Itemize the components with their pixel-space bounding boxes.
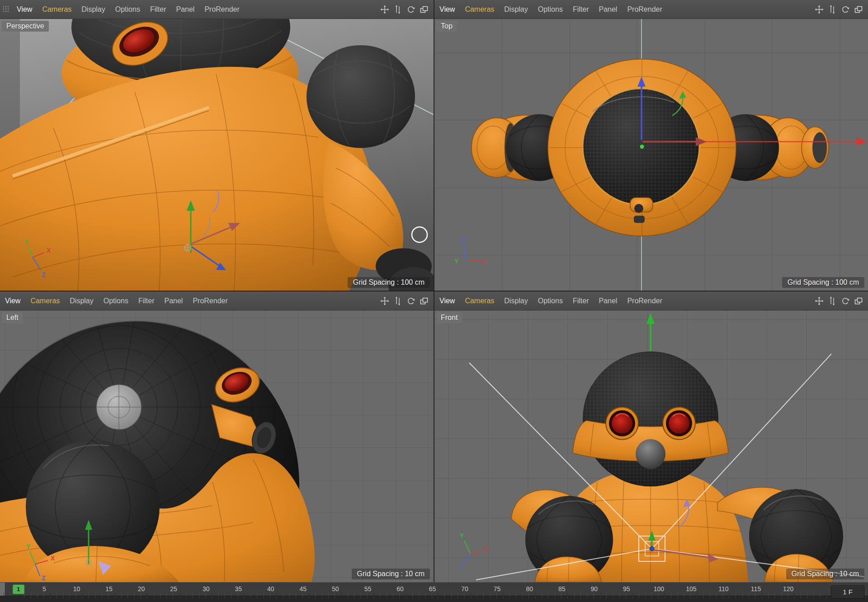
toggle-panel-icon[interactable] (854, 5, 863, 14)
svg-text:Z: Z (462, 237, 466, 244)
scene-top[interactable]: Z Y X (434, 19, 868, 291)
dolly-icon[interactable] (393, 296, 403, 306)
grid-spacing-label: Grid Spacing : 100 cm (348, 277, 430, 288)
frame-field[interactable]: 1 F (831, 585, 864, 599)
scene-front[interactable]: Y X Z (434, 310, 868, 582)
menu-view[interactable]: View (0, 297, 25, 305)
menu-view[interactable]: View (12, 5, 37, 14)
viewport-label: Front (436, 312, 462, 323)
timeline-frame-label: 75 (494, 585, 501, 593)
svg-text:X: X (484, 546, 489, 553)
viewport-grabber-icon[interactable] (0, 6, 12, 13)
scene-perspective[interactable]: Y X Z (0, 19, 434, 291)
timeline-frame-label: 120 (783, 585, 793, 593)
timeline-frame-label: 55 (364, 585, 372, 593)
robot-eye-left (606, 407, 638, 440)
svg-text:Y: Y (460, 532, 464, 539)
rotate-icon[interactable] (840, 296, 850, 306)
timeline-frame-label: 110 (718, 585, 728, 593)
menu-options[interactable]: Options (533, 5, 568, 14)
menu-filter[interactable]: Filter (568, 5, 594, 14)
dolly-icon[interactable] (827, 5, 837, 14)
menu-panel[interactable]: Panel (594, 5, 622, 14)
timeline-frame-label: 65 (429, 585, 436, 593)
toggle-panel-icon[interactable] (419, 296, 429, 306)
svg-text:Z: Z (42, 271, 46, 278)
current-frame-marker[interactable]: 1 (12, 584, 24, 594)
viewport-perspective: View Cameras Display Options Filter Pane… (0, 0, 434, 291)
svg-text:Y: Y (24, 239, 29, 246)
timeline-frame-label: 80 (526, 585, 533, 593)
timeline-frame-label: 100 (654, 585, 664, 593)
menu-cameras[interactable]: Cameras (25, 297, 65, 305)
timeline: 5101520253035404550556065707580859095100… (0, 582, 868, 602)
viewport-grid: View Cameras Display Options Filter Pane… (0, 0, 868, 582)
move-icon[interactable] (814, 296, 824, 306)
toggle-panel-icon[interactable] (419, 5, 429, 14)
menu-view[interactable]: View (434, 5, 460, 14)
menu-options[interactable]: Options (533, 297, 568, 305)
viewport-label: Top (436, 21, 457, 32)
svg-text:X: X (482, 258, 486, 265)
viewport-left: View Cameras Display Options Filter Pane… (0, 292, 434, 582)
menu-filter[interactable]: Filter (133, 297, 160, 305)
move-icon[interactable] (380, 296, 390, 306)
object-origin-dot (640, 145, 644, 149)
menu-display[interactable]: Display (499, 5, 533, 14)
viewport-canvas-front[interactable]: Y X Z Front Grid Spacing : 10 cm (434, 310, 868, 582)
menu-prorender[interactable]: ProRender (622, 297, 667, 305)
toggle-panel-icon[interactable] (854, 296, 863, 306)
timeline-frame-label: 5 (42, 585, 46, 593)
menu-panel[interactable]: Panel (594, 297, 622, 305)
timeline-frame-label: 25 (170, 585, 177, 593)
timeline-frame-label: 45 (300, 585, 307, 593)
robot-nose (636, 439, 665, 469)
menu-display[interactable]: Display (76, 5, 110, 14)
viewport-canvas-left[interactable]: Y X Z Left Grid Spacing : 10 cm (0, 310, 434, 582)
menu-display[interactable]: Display (499, 297, 533, 305)
menu-panel[interactable]: Panel (159, 297, 188, 305)
timeline-ticks (0, 593, 868, 596)
dolly-icon[interactable] (393, 5, 403, 14)
scene-left[interactable]: Y X Z (0, 310, 434, 582)
rotate-icon[interactable] (406, 5, 416, 14)
timeline-subruler[interactable] (0, 596, 868, 602)
svg-text:X: X (51, 555, 55, 562)
menu-prorender[interactable]: ProRender (188, 297, 232, 305)
svg-text:X: X (47, 247, 51, 254)
menu-filter[interactable]: Filter (568, 297, 594, 305)
robot-eye-right (663, 407, 695, 440)
viewport-canvas-perspective[interactable]: Y X Z Perspective Grid Spacing : 100 cm (0, 19, 434, 291)
menu-cameras[interactable]: Cameras (460, 297, 499, 305)
rotate-icon[interactable] (840, 5, 850, 14)
move-icon[interactable] (814, 5, 824, 14)
viewport-front: View Cameras Display Options Filter Pane… (434, 292, 868, 582)
timeline-frame-label: 35 (235, 585, 242, 593)
timeline-frame-label: 105 (686, 585, 696, 593)
grid-spacing-label: Grid Spacing : 10 cm (786, 569, 864, 579)
move-icon[interactable] (380, 5, 390, 14)
menu-prorender[interactable]: ProRender (622, 5, 667, 14)
timeline-frame-label: 30 (203, 585, 210, 593)
timeline-frame-label: 85 (558, 585, 566, 593)
dolly-icon[interactable] (827, 296, 837, 306)
menu-filter[interactable]: Filter (145, 5, 171, 14)
menu-options[interactable]: Options (110, 5, 145, 14)
viewport-canvas-top[interactable]: Z Y X Top Grid Spacing : 100 cm (434, 19, 868, 291)
menu-display[interactable]: Display (65, 297, 98, 305)
timeline-frame-label: 95 (623, 585, 630, 593)
menu-prorender[interactable]: ProRender (199, 5, 244, 14)
viewport-menubar: View Cameras Display Options Filter Pane… (0, 0, 434, 19)
timeline-ruler[interactable]: 5101520253035404550556065707580859095100… (0, 582, 868, 596)
menu-options[interactable]: Options (99, 297, 133, 305)
menu-cameras[interactable]: Cameras (37, 5, 76, 14)
menu-view[interactable]: View (434, 297, 460, 305)
menu-panel[interactable]: Panel (171, 5, 199, 14)
rotate-icon[interactable] (406, 296, 416, 306)
svg-text:Z: Z (42, 574, 46, 582)
timeline-frame-label: 50 (332, 585, 339, 593)
menu-cameras[interactable]: Cameras (460, 5, 499, 14)
timeline-frame-label: 10 (73, 585, 80, 593)
timeline-frame-label: 115 (751, 585, 761, 593)
cinema4d-window: View Cameras Display Options Filter Pane… (0, 0, 868, 602)
